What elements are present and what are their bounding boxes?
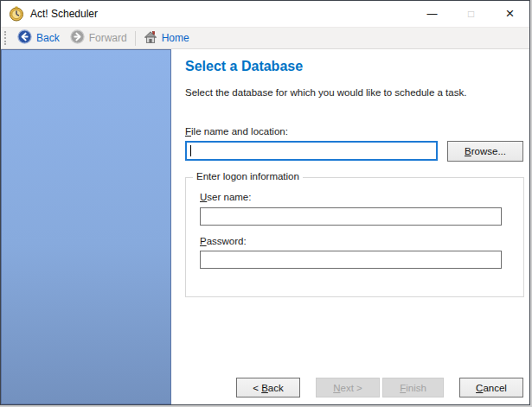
password-input-box — [200, 251, 502, 269]
app-clock-icon — [9, 6, 24, 22]
act-scheduler-window: Act! Scheduler — □ × Back — [0, 0, 530, 405]
browse-button[interactable]: Browse... — [447, 141, 523, 162]
forward-circle-icon — [70, 29, 85, 47]
window-controls: — □ × — [413, 1, 529, 27]
maximize-button: □ — [452, 1, 490, 27]
title-bar: Act! Scheduler — □ × — [1, 1, 529, 27]
close-button[interactable]: × — [490, 1, 529, 27]
back-nav-button[interactable]: Back — [12, 28, 65, 48]
back-nav-label: Back — [36, 32, 60, 44]
home-nav-label: Home — [162, 32, 189, 44]
home-nav-button[interactable]: Home — [138, 28, 195, 48]
forward-nav-button: Forward — [65, 28, 132, 48]
password-label: Password: — [200, 236, 247, 246]
window-title: Act! Scheduler — [30, 8, 98, 20]
logon-information-groupbox: Enter logon information User name: Passw… — [185, 177, 524, 297]
text-caret — [190, 145, 191, 156]
logon-group-title: Enter logon information — [193, 171, 303, 181]
home-icon — [144, 30, 157, 47]
wizard-back-button[interactable]: < Back — [236, 378, 300, 397]
file-name-input-box — [185, 141, 438, 161]
toolbar-separator — [135, 31, 136, 46]
page-description: Select the database for which you would … — [185, 87, 466, 98]
file-name-input[interactable] — [187, 143, 436, 160]
minimize-button[interactable]: — — [413, 1, 452, 27]
user-name-input[interactable] — [201, 209, 501, 226]
navigation-toolbar: Back Forward Home — [1, 27, 529, 49]
forward-nav-label: Forward — [89, 32, 127, 44]
back-circle-icon — [17, 29, 32, 47]
close-icon: × — [506, 5, 515, 22]
user-name-input-box — [200, 207, 502, 226]
wizard-finish-button: Finish — [382, 378, 444, 397]
file-name-label: File name and location: — [185, 126, 288, 137]
maximize-icon: □ — [468, 8, 474, 20]
wizard-next-button: Next > — [316, 378, 380, 397]
page-title: Select a Database — [185, 59, 303, 74]
password-input[interactable] — [201, 252, 501, 269]
user-name-label: User name: — [200, 192, 251, 202]
toolbar-grip-handle[interactable] — [4, 31, 6, 45]
minimize-icon: — — [427, 8, 438, 20]
wizard-cancel-button[interactable]: Cancel — [459, 378, 523, 397]
wizard-content-area: Select a Database Select the database fo… — [171, 49, 529, 404]
wizard-sidebar-panel — [1, 49, 171, 404]
